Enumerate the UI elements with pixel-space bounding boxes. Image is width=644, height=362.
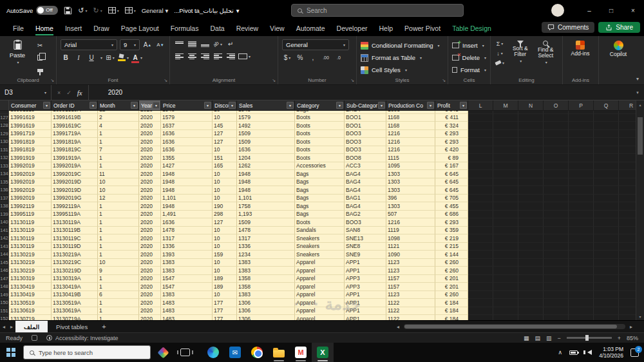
cell[interactable]: 13130619 [9,307,52,316]
cell[interactable]: 10 [213,227,237,235]
cell[interactable]: 1393 [161,251,213,259]
cell[interactable] [493,299,518,307]
underline-button[interactable]: U [86,53,97,62]
cell[interactable]: 189 [213,283,237,291]
ribbon-tab-view[interactable]: View [265,22,290,35]
cell[interactable]: 1637 [161,122,213,130]
increase-font-button[interactable]: A▲ [142,40,153,50]
cell[interactable]: 1636 [237,146,295,155]
dialog-launcher-icon[interactable]: ↘ [350,78,354,83]
name-box[interactable]: D3 ▾ [0,85,52,100]
cell[interactable] [569,283,594,291]
merge-center-button[interactable]: ▾ [238,52,251,61]
cell[interactable]: 1 [98,275,139,283]
dialog-launcher-icon[interactable]: ↘ [272,78,276,83]
cell[interactable] [493,162,518,171]
minimize-button[interactable]: – [578,0,600,21]
cell[interactable] [544,267,569,275]
cell[interactable] [468,218,493,227]
cell[interactable]: 13130219D [52,267,98,275]
cell[interactable] [544,227,569,235]
cell[interactable]: 1 [98,307,139,316]
cell[interactable] [594,122,619,130]
cell[interactable]: 1098 [386,234,435,243]
scroll-right-icon[interactable]: ▸ [627,324,635,330]
sheet-tab-pivot-tables[interactable]: Pivot tables [48,321,96,332]
row-header[interactable]: 130 [0,138,9,146]
vertical-scrollbar[interactable]: ▴ ▾ [636,100,644,320]
borders-button[interactable]: ⊞▾ [105,53,115,62]
column-header-consumer[interactable]: Consumer ▾ [9,100,52,111]
cell[interactable]: Boots [295,154,345,162]
cell[interactable]: 1948 [237,186,295,195]
filter-button[interactable]: ▾ [43,102,50,109]
cell[interactable] [468,227,493,235]
filter-button[interactable]: ▾ [378,102,385,109]
taskbar-chrome[interactable] [246,343,268,362]
cell[interactable]: 1 [98,234,139,243]
cell[interactable]: APP1 [345,267,386,275]
cell[interactable] [569,195,594,203]
hidden-icons-chevron[interactable]: ∧ [558,349,563,356]
filter-button[interactable]: ▾ [460,102,467,109]
cell[interactable] [493,186,518,195]
comments-button[interactable]: Comments [542,22,594,33]
cell[interactable] [518,114,544,122]
cell[interactable]: 1383 [161,267,213,275]
cell[interactable]: 13130119A [52,218,98,227]
cell[interactable]: Bags [295,170,345,178]
cell[interactable] [569,267,594,275]
cell[interactable] [594,146,619,155]
cell[interactable]: 13992019 [9,162,52,171]
cell[interactable]: € 260 [435,291,468,300]
cell[interactable]: 1303 [386,170,435,178]
cell[interactable]: APP3 [345,283,386,291]
find-select-button[interactable]: Find & Select ▾ [533,39,559,75]
increase-decimal-button[interactable]: .00 [321,53,331,62]
cell[interactable]: 145 [213,122,237,130]
cell[interactable]: 13992019A [52,162,98,171]
align-right-button[interactable] [200,52,210,61]
cell[interactable]: 1 [98,154,139,162]
ribbon-tab-home[interactable]: Home [30,22,59,35]
cell[interactable] [594,307,619,316]
cell[interactable] [569,299,594,307]
cell[interactable]: 2 [98,114,139,122]
align-top-button[interactable] [174,39,184,49]
ribbon-tab-data[interactable]: Data [205,22,229,35]
filter-button[interactable]: ▾ [427,102,434,109]
cell[interactable]: 13991819 [9,146,52,155]
cell[interactable] [468,211,493,219]
cell[interactable] [468,299,493,307]
cell[interactable]: 2020 [139,291,161,300]
cell[interactable] [594,259,619,267]
cell[interactable]: BOO3 [345,146,386,155]
cell[interactable]: 13130119 [9,234,52,243]
cell[interactable]: Apparel [295,315,345,320]
start-button[interactable] [0,343,22,362]
cell[interactable]: BOO3 [345,138,386,146]
cell[interactable]: 1216 [386,218,435,227]
zoom-slider[interactable] [567,337,612,339]
cell[interactable]: € 184 [435,307,468,316]
cell[interactable]: 2020 [139,130,161,138]
filter-button[interactable]: ▾ [287,102,294,109]
row-header[interactable]: 152 [0,315,9,320]
cell[interactable]: 13991919 [9,154,52,162]
cell[interactable]: 1 [98,218,139,227]
row-header[interactable]: 148 [0,283,9,291]
cell[interactable] [569,227,594,235]
autosave-toggle[interactable]: AutoSave Off [6,6,58,15]
cell[interactable]: Boots [295,138,345,146]
formula-input[interactable]: 2020 [89,85,631,100]
cell[interactable] [544,202,569,211]
cell[interactable]: BOO3 [345,130,386,138]
task-view-button[interactable] [174,343,196,362]
column-header-m[interactable]: M [493,100,518,111]
cell[interactable] [493,211,518,219]
cell[interactable]: 1317 [161,234,213,243]
row-header[interactable]: 138 [0,202,9,211]
hscroll-thumb[interactable] [404,325,617,329]
cell[interactable]: BAG1 [345,195,386,203]
cell[interactable] [493,218,518,227]
